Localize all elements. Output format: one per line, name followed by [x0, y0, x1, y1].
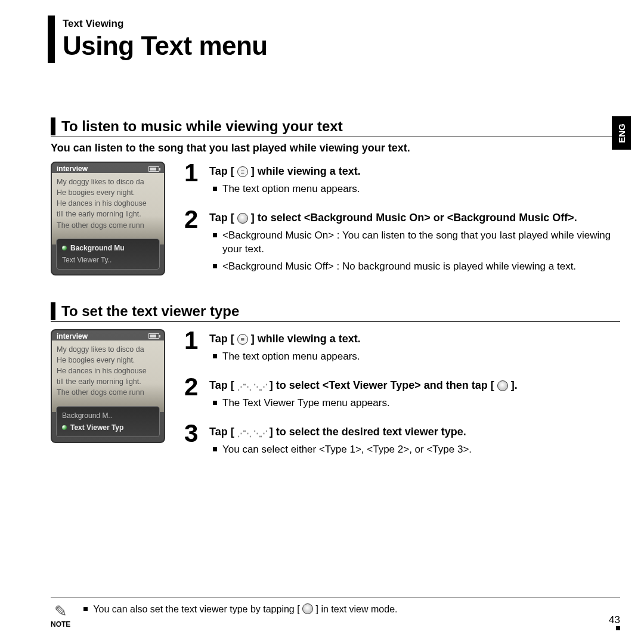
device-text-line: The other dogs come runn [57, 387, 159, 398]
menu-icon [237, 166, 248, 177]
device-screenshot-1: interview My doggy likes to disco da He … [51, 162, 165, 275]
device-text-line: He dances in his doghouse [57, 366, 159, 376]
step-2: 2 Tap [ ⋰⋱ ⋱⋰ ] to select <Text Viewer T… [184, 376, 620, 414]
page-title: Using Text menu [63, 31, 620, 61]
step-1: 1 Tap [ ] while viewing a text. The text… [184, 162, 620, 200]
device-text-line: He boogies every night. [57, 187, 159, 198]
bullet: <Background Music On> : You can listen t… [209, 229, 620, 256]
step-title: Tap [ ⋰⋱ ⋱⋰ ] to select the desired text… [209, 426, 466, 438]
bullet: You can select either <Type 1>, <Type 2>… [209, 443, 620, 457]
step-number: 2 [184, 376, 202, 414]
up-icon: ⋰⋱ [237, 382, 250, 391]
page-number: 43 [609, 614, 620, 628]
bullet: <Background Music Off> : No background m… [209, 260, 620, 274]
device-text-line: He boogies every night. [57, 355, 159, 366]
step-3: 3 Tap [ ⋰⋱ ⋱⋰ ] to select the desired te… [184, 422, 620, 460]
menu-icon [237, 334, 248, 345]
device-popup-menu: Background Mu Text Viewer Ty.. [56, 239, 160, 270]
battery-icon [148, 333, 159, 339]
menu-item-active: Background Mu [61, 242, 155, 254]
device-popup-menu: Background M.. Text Viewer Typ [56, 406, 160, 437]
down-icon: ⋱⋰ [253, 429, 267, 438]
title-bar [48, 16, 55, 63]
note-section: ✎ NOTE You can also set the text viewer … [51, 597, 620, 628]
step-title: Tap [ ] while viewing a text. [209, 333, 361, 345]
device-text-line: He dances in his doghouse [57, 198, 159, 209]
section-heading: To set the text viewer type [61, 303, 239, 320]
section-subheading: You can listen to the song that you last… [51, 142, 620, 154]
bullet: The Text Viewer Type menu appears. [209, 397, 620, 410]
menu-item-active: Text Viewer Typ [61, 422, 155, 434]
step-number: 2 [184, 208, 202, 277]
device-text-line: My doggy likes to disco da [57, 177, 159, 187]
battery-icon [148, 166, 159, 172]
section-bar [51, 117, 55, 135]
step-title: Tap [ ⋰⋱ ⋱⋰ ] to select <Text Viewer Typ… [209, 379, 518, 391]
select-icon [302, 603, 313, 614]
section-heading: To listen to music while viewing your te… [61, 118, 343, 135]
select-icon [237, 213, 248, 224]
note-label: NOTE [51, 620, 70, 628]
step-1: 1 Tap [ ] while viewing a text. The text… [184, 329, 620, 367]
device-text-line: The other dogs come runn [57, 220, 159, 231]
step-number: 3 [184, 422, 202, 460]
bullet: The text option menu appears. [209, 182, 620, 196]
section-bar [51, 302, 55, 320]
device-title: interview [57, 165, 88, 173]
step-2: 2 Tap [ ] to select <Background Music On… [184, 208, 620, 277]
language-tab: ENG [612, 116, 631, 150]
up-icon: ⋰⋱ [237, 429, 250, 438]
note-pencil-icon: ✎ [51, 603, 70, 619]
device-text-line: My doggy likes to disco da [57, 344, 159, 355]
selected-dot-icon [62, 246, 67, 250]
select-icon [497, 380, 508, 391]
device-screenshot-2: interview My doggy likes to disco da He … [51, 329, 165, 443]
menu-item: Text Viewer Ty.. [61, 254, 155, 266]
selected-dot-icon [62, 425, 67, 430]
down-icon: ⋱⋰ [253, 382, 267, 391]
section-text-viewer-type: To set the text viewer type interview My… [51, 302, 620, 469]
bullet: The text option menu appears. [209, 350, 620, 364]
language-label: ENG [617, 123, 627, 143]
step-number: 1 [184, 329, 202, 367]
device-text-line: till the early morning light. [57, 376, 159, 387]
menu-item: Background M.. [61, 410, 155, 422]
step-title: Tap [ ] to select <Background Music On> … [209, 212, 577, 224]
device-text-line: till the early morning light. [57, 209, 159, 219]
note-text: You can also set the text viewer type by… [81, 603, 598, 615]
step-title: Tap [ ] while viewing a text. [209, 165, 361, 177]
breadcrumb: Text Viewing [63, 18, 620, 30]
section-listen-music: To listen to music while viewing your te… [51, 117, 620, 286]
device-title: interview [57, 332, 88, 340]
step-number: 1 [184, 162, 202, 200]
